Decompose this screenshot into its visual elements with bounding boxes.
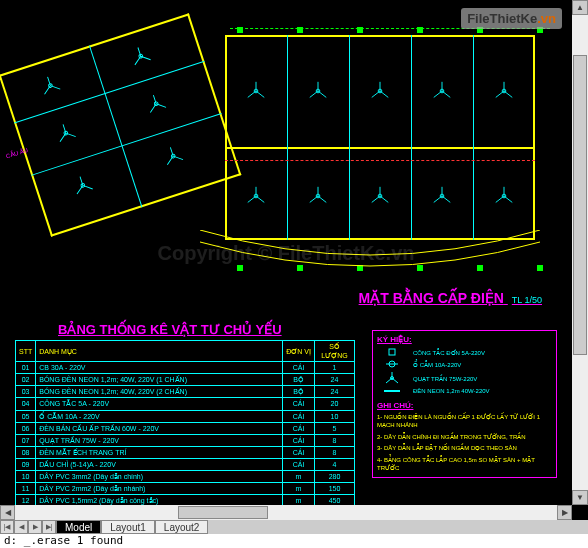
ghichu-title: GHI CHÚ: — [377, 401, 552, 410]
table-header: DANH MỤC — [36, 341, 283, 362]
tab-next-icon[interactable]: ▶ — [28, 520, 42, 534]
legend-box: KÝ HIỆU: CÔNG TẮC ĐƠN 5A-220VỔ CẮM 10A-2… — [372, 330, 557, 478]
legend-note: 4- BẢNG CÔNG TẮC LẮP CAO 1,5m SO MẶT SÀN… — [377, 457, 552, 473]
material-table: STTDANH MỤCĐƠN VỊSỐ LƯỢNG 01CB 30A - 220… — [15, 340, 355, 505]
table-row: 08ĐÈN MẮT ẾCH TRANG TRÍCÁI8 — [16, 446, 355, 458]
table-row: 03BÓNG ĐÈN NEON 1,2m; 40W, 220V (2 CHẤN)… — [16, 386, 355, 398]
layout-tabs: |◀ ◀ ▶ ▶| Model Layout1 Layout2 — [0, 520, 588, 534]
tab-model[interactable]: Model — [56, 520, 101, 534]
table-row: 10DÂY PVC 3mm2 (Dây dẫn chính)m280 — [16, 471, 355, 483]
scroll-h-thumb[interactable] — [178, 506, 268, 519]
floor-plan[interactable]: CẦU ÂU — [0, 0, 572, 300]
watermark-logo: FileThietKe.vn — [461, 8, 562, 29]
legend-item: CÔNG TẮC ĐƠN 5A-220V — [377, 347, 552, 357]
legend-title: KÝ HIỆU: — [377, 335, 552, 344]
scroll-left-arrow-icon[interactable]: ◀ — [0, 505, 15, 520]
scroll-down-arrow-icon[interactable]: ▼ — [572, 490, 588, 505]
table-row: 04CÔNG TẮC 5A - 220VCÁI20 — [16, 398, 355, 410]
vertical-scrollbar[interactable]: ▲ ▼ — [572, 0, 588, 505]
table-header: ĐƠN VỊ — [283, 341, 315, 362]
legend-item: Ổ CẮM 10A-220V — [377, 359, 552, 369]
plan-scale: TL 1/50 — [512, 295, 542, 305]
watermark-brand: FileThietKe — [467, 11, 537, 26]
watermark-tld: .vn — [537, 11, 556, 26]
tab-prev-icon[interactable]: ◀ — [14, 520, 28, 534]
table-row: 02BÓNG ĐÈN NEON 1,2m; 40W, 220V (1 CHẤN)… — [16, 374, 355, 386]
scroll-v-track[interactable] — [572, 15, 588, 490]
legend-note: 2- DÂY DẪN CHÍNH ĐI NGẦM TRONG TƯỜNG, TR… — [377, 434, 552, 442]
building-b — [225, 35, 535, 240]
table-row: 12DÂY PVC 1,5mm2 (Dây dẫn công tắc)m450 — [16, 495, 355, 505]
scroll-v-thumb[interactable] — [573, 55, 587, 355]
tab-first-icon[interactable]: |◀ — [0, 520, 14, 534]
legend-item: ĐÈN NEON 1,2m 40W-220V — [377, 387, 552, 395]
drawing-canvas[interactable]: FileThietKe.vn Copyright © FileThietKe.v… — [0, 0, 572, 505]
tab-last-icon[interactable]: ▶| — [42, 520, 56, 534]
legend-item: QUẠT TRẦN 75W-220V — [377, 371, 552, 385]
scroll-right-arrow-icon[interactable]: ▶ — [557, 505, 572, 520]
legend-note: 3- DÂY DẪN LẮP ĐẶT NỐI NGẦM DỌC THEO SÀN — [377, 445, 552, 453]
scroll-h-track[interactable] — [15, 505, 557, 520]
table-row: 07QUẠT TRẦN 75W - 220VCÁI8 — [16, 434, 355, 446]
table-header: SỐ LƯỢNG — [315, 341, 355, 362]
svg-rect-16 — [389, 349, 395, 355]
building-a: CẦU ÂU — [0, 13, 241, 236]
table-row: 06ĐÈN BÁN CẦU ẤP TRẦN 60W - 220VCÁI5 — [16, 422, 355, 434]
tab-layout2[interactable]: Layout2 — [155, 520, 209, 534]
table-row: 11DÂY PVC 2mm2 (Dây dẫn nhánh)m150 — [16, 483, 355, 495]
table-row: 09DẦU CHÌ (5-14)A - 220VCÁI4 — [16, 458, 355, 470]
command-line[interactable]: d: _.erase 1 found — [0, 534, 588, 548]
legend-note: 1- NGUỒN ĐIỆN LÀ NGUỒN CẤP 1 ĐƯỢC LẤY TỪ… — [377, 414, 552, 430]
table-row: 05Ổ CẮM 10A - 220VCÁI10 — [16, 410, 355, 422]
plan-title: MẶT BẰNG CẤP ĐIỆN TL 1/50 — [359, 290, 542, 306]
scroll-up-arrow-icon[interactable]: ▲ — [572, 0, 588, 15]
plan-title-text: MẶT BẰNG CẤP ĐIỆN — [359, 290, 504, 306]
horizontal-scrollbar[interactable]: ◀ ▶ — [0, 505, 572, 520]
tab-layout1[interactable]: Layout1 — [101, 520, 155, 534]
table-header: STT — [16, 341, 36, 362]
table-title: BẢNG THỐNG KÊ VẬT TƯ CHỦ YẾU — [58, 322, 282, 337]
table-row: 01CB 30A - 220VCÁI1 — [16, 362, 355, 374]
